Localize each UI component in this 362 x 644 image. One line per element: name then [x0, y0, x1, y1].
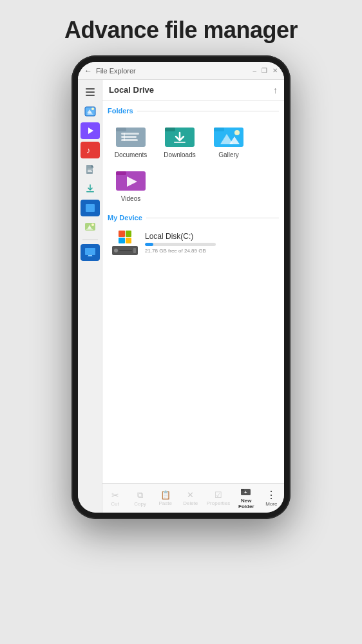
newfolder-label: NewFolder	[238, 498, 254, 510]
device-divider	[146, 218, 279, 218]
newfolder-icon: +	[241, 487, 251, 498]
delete-label: Delete	[183, 500, 198, 506]
page-background: Advance file manager ← File Explorer – ❐…	[0, 0, 362, 644]
svg-rect-18	[85, 248, 95, 255]
videos-label: Videos	[121, 195, 140, 202]
bottom-toolbar: ✂ Cut ⧉ Copy 📋 Paste ✕	[102, 483, 284, 513]
device-name: Local Disk(C:)	[145, 232, 276, 241]
downloads-folder-icon	[164, 122, 196, 149]
body-area: ♪	[78, 80, 284, 513]
nav-title: Local Drive	[109, 85, 269, 95]
svg-rect-12	[86, 204, 95, 212]
drive-body	[112, 246, 138, 255]
sidebar-menu-icon[interactable]	[81, 84, 100, 100]
svg-rect-8	[88, 169, 93, 169]
back-arrow-icon[interactable]: ←	[84, 66, 92, 75]
svg-rect-28	[165, 128, 175, 131]
sidebar-item-documents[interactable]	[81, 161, 100, 178]
sidebar-item-media[interactable]	[81, 122, 100, 139]
disk-drive-icon	[110, 231, 140, 255]
toolbar-cut-button[interactable]: ✂ Cut	[104, 489, 127, 508]
title-bar: ← File Explorer – ❐ ✕	[78, 62, 284, 80]
svg-rect-29	[174, 142, 186, 143]
page-title: Advance file manager	[0, 0, 362, 55]
svg-rect-19	[88, 255, 92, 256]
restore-button[interactable]: ❐	[262, 67, 267, 74]
properties-label: Properties	[207, 500, 230, 506]
videos-folder-icon	[115, 166, 147, 193]
folder-item-downloads[interactable]: Downloads	[157, 120, 203, 161]
device-info: Local Disk(C:) 21.78 GB free of 24.89 GB	[145, 232, 276, 254]
storage-bar-container	[145, 243, 216, 246]
toolbar-more-button[interactable]: ⋮ More	[260, 489, 283, 508]
gallery-folder-icon	[213, 122, 245, 149]
minimize-button[interactable]: –	[252, 67, 256, 74]
svg-marker-4	[88, 128, 93, 134]
folders-section-header: Folders	[108, 107, 279, 115]
folder-item-documents[interactable]: Documents	[108, 120, 154, 161]
svg-rect-11	[86, 191, 94, 193]
sidebar-separator	[82, 240, 98, 240]
folders-grid: Documents	[108, 120, 279, 205]
svg-rect-22	[116, 128, 126, 131]
folders-label: Folders	[108, 107, 133, 115]
storage-text: 21.78 GB free of 24.89 GB	[145, 248, 276, 254]
toolbar-paste-button[interactable]: 📋 Paste	[154, 489, 177, 507]
documents-folder-icon	[115, 122, 147, 149]
delete-icon: ✕	[187, 490, 194, 500]
cut-icon: ✂	[111, 490, 119, 500]
folder-item-videos[interactable]: Videos	[108, 164, 154, 205]
copy-label: Copy	[134, 501, 146, 507]
window-controls: – ❐ ✕	[252, 67, 278, 74]
gallery-label: Gallery	[218, 151, 239, 158]
toolbar-newfolder-button[interactable]: + NewFolder	[234, 486, 258, 511]
svg-point-15	[91, 223, 94, 226]
storage-bar-fill	[145, 243, 153, 246]
copy-icon: ⧉	[137, 490, 143, 500]
nav-up-button[interactable]: ↑	[273, 85, 278, 95]
main-content: Local Drive ↑ Folders	[102, 80, 284, 513]
folders-divider	[137, 111, 279, 111]
svg-text:+: +	[244, 489, 247, 495]
toolbar-properties-button[interactable]: ☑ Properties	[204, 489, 233, 507]
sidebar-item-local[interactable]	[81, 200, 100, 216]
device-item-localc[interactable]: Local Disk(C:) 21.78 GB free of 24.89 GB	[108, 227, 279, 259]
close-button[interactable]: ✕	[272, 67, 278, 74]
sidebar-item-downloads[interactable]	[81, 180, 100, 197]
phone-frame: ← File Explorer – ❐ ✕	[71, 55, 291, 519]
svg-rect-9	[88, 170, 91, 171]
title-bar-left: ← File Explorer	[84, 66, 252, 75]
svg-text:♪: ♪	[86, 146, 91, 155]
windows-logo-icon	[119, 231, 131, 243]
toolbar-delete-button[interactable]: ✕ Delete	[179, 489, 202, 507]
svg-marker-7	[91, 165, 94, 167]
nav-bar: Local Drive ↑	[102, 80, 284, 100]
sidebar-item-gallery[interactable]	[81, 219, 100, 236]
folder-item-gallery[interactable]: Gallery	[205, 120, 252, 161]
toolbar-copy-button[interactable]: ⧉ Copy	[129, 489, 152, 508]
svg-rect-24	[121, 136, 137, 138]
documents-label: Documents	[115, 151, 148, 158]
svg-point-34	[234, 130, 240, 135]
more-label: More	[265, 501, 277, 507]
svg-rect-25	[121, 139, 138, 141]
svg-rect-31	[214, 128, 224, 131]
svg-rect-10	[88, 171, 92, 172]
sidebar-item-music[interactable]: ♪	[81, 142, 100, 158]
sidebar-item-desktop[interactable]	[81, 244, 100, 261]
svg-rect-20	[87, 256, 93, 257]
svg-point-3	[91, 108, 94, 110]
svg-rect-26	[124, 133, 125, 141]
content-area: Folders	[102, 100, 284, 483]
more-icon: ⋮	[266, 490, 276, 500]
phone-screen: ← File Explorer – ❐ ✕	[78, 62, 284, 513]
device-label: My Device	[108, 214, 142, 222]
downloads-label: Downloads	[164, 151, 195, 158]
sidebar-item-images[interactable]	[81, 103, 100, 120]
properties-icon: ☑	[214, 490, 222, 500]
device-section-header: My Device	[108, 214, 279, 222]
cut-label: Cut	[111, 501, 119, 507]
paste-icon: 📋	[160, 490, 171, 500]
svg-rect-36	[116, 171, 126, 175]
paste-label: Paste	[158, 500, 171, 506]
